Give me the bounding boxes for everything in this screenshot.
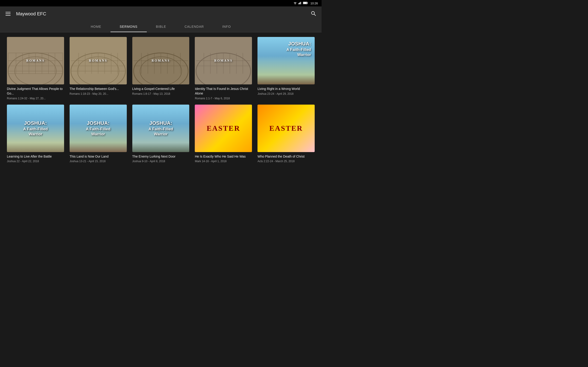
- sermon-thumbnail-3: ROMANS: [132, 37, 190, 84]
- sermon-subtitle-1: Romans 1:24-32 - May 27, 20...: [7, 97, 64, 100]
- sermon-thumbnail-2: ROMANS: [69, 37, 127, 84]
- sermon-thumbnail-7: JOSHUA: A Faith-Filled Warrior: [69, 105, 127, 152]
- sermon-card-4[interactable]: ROMANS Identity That Is Found In Jesus C…: [195, 37, 252, 100]
- sermon-subtitle-6: Joshua 22 - April 22, 2018: [7, 160, 64, 163]
- svg-point-0: [295, 4, 296, 4]
- sermon-title-8: The Enemy Lurking Next Door: [132, 154, 190, 159]
- sermon-card-5[interactable]: JOSHUA: A Faith-Filled Warrior Living Ri…: [258, 37, 315, 100]
- tab-sermons[interactable]: SERMONS: [111, 21, 147, 32]
- svg-rect-5: [301, 2, 302, 4]
- svg-rect-2: [299, 3, 300, 4]
- svg-rect-8: [303, 2, 307, 4]
- sermon-title-7: This Land is Now Our Land: [69, 154, 127, 159]
- sermon-card-1[interactable]: ROMANS Divine Judgment That Allows Peopl…: [7, 37, 64, 100]
- battery-icon: [303, 2, 308, 5]
- svg-rect-4: [300, 2, 301, 4]
- time-display: 10:26: [310, 2, 318, 5]
- tab-calendar[interactable]: CALENDAR: [175, 21, 213, 32]
- sermon-thumbnail-8: JOSHUA: A Faith-Filled Warrior: [132, 105, 190, 152]
- status-icons: 10:26: [293, 2, 318, 5]
- sermon-card-6[interactable]: JOSHUA: A Faith-Filled Warrior Learning …: [7, 105, 64, 163]
- search-button[interactable]: [310, 10, 317, 18]
- sermon-subtitle-4: Romans 1:1-7 - May 6, 2018: [195, 97, 252, 100]
- sermon-thumbnail-4: ROMANS: [195, 37, 252, 84]
- sermon-card-9[interactable]: EASTER He Is Exactly Who He Said He Was …: [195, 105, 252, 163]
- wifi-icon: [293, 2, 297, 5]
- sermon-subtitle-9: Mark 14-16 - April 1, 2018: [195, 160, 252, 163]
- sermon-grid: ROMANS Divine Judgment That Allows Peopl…: [7, 37, 315, 163]
- sermon-subtitle-5: Joshua 23-24 - April 29, 2018: [258, 92, 315, 95]
- sermon-title-4: Identity That Is Found In Jesus Christ A…: [195, 87, 252, 96]
- sermon-thumbnail-9: EASTER: [195, 105, 252, 152]
- status-bar: 10:26: [0, 0, 321, 6]
- sermon-subtitle-7: Joshua 13-21 - April 15, 2018: [69, 160, 127, 163]
- sermon-title-2: The Relationship Between God's...: [69, 87, 127, 91]
- sermon-title-6: Learning to Live After the Battle: [7, 154, 64, 159]
- svg-line-10: [314, 14, 316, 16]
- sermon-title-9: He Is Exactly Who He Said He Was: [195, 154, 252, 159]
- easter-text-9: EASTER: [207, 124, 240, 133]
- app-bar: Maywood EFC: [0, 6, 321, 21]
- sermon-thumbnail-5: JOSHUA: A Faith-Filled Warrior: [258, 37, 315, 84]
- menu-button[interactable]: [5, 11, 11, 17]
- app-title: Maywood EFC: [16, 11, 46, 17]
- sermon-subtitle-2: Romans 1:18-23 - May 20, 20...: [69, 92, 127, 95]
- tab-bible[interactable]: BIBLE: [147, 21, 175, 32]
- sermon-thumbnail-6: JOSHUA: A Faith-Filled Warrior: [7, 105, 64, 152]
- signal-icon: [298, 2, 302, 5]
- easter-text-10: EASTER: [269, 124, 303, 133]
- sermon-card-10[interactable]: EASTER Who Planned the Death of Christ A…: [258, 105, 315, 163]
- sermon-title-10: Who Planned the Death of Christ: [258, 154, 315, 159]
- sermon-thumbnail-10: EASTER: [258, 105, 315, 152]
- svg-rect-3: [300, 2, 300, 4]
- sermon-subtitle-3: Romans 1:8-17 - May 13, 2018: [132, 92, 190, 95]
- sermon-thumbnail-1: ROMANS: [7, 37, 64, 84]
- sermon-title-1: Divine Judgment That Allows People to Go…: [7, 87, 64, 96]
- svg-rect-1: [298, 3, 299, 4]
- sermon-title-5: Living Right in a Wrong World: [258, 87, 315, 91]
- sermon-subtitle-8: Joshua 9-10 - April 8, 2018: [132, 160, 190, 163]
- tab-info[interactable]: INFO: [213, 21, 240, 32]
- content-area: ROMANS Divine Judgment That Allows Peopl…: [0, 32, 321, 167]
- sermon-card-7[interactable]: JOSHUA: A Faith-Filled Warrior This Land…: [69, 105, 127, 163]
- navigation-tabs: HOME SERMONS BIBLE CALENDAR INFO: [0, 21, 321, 32]
- svg-rect-7: [307, 2, 308, 3]
- sermon-card-8[interactable]: JOSHUA: A Faith-Filled Warrior The Enemy…: [132, 105, 190, 163]
- sermon-title-3: Living a Gospel-Centered Life: [132, 87, 190, 91]
- sermon-subtitle-10: Acts 2:22-24 - March 25, 2018: [258, 160, 315, 163]
- tab-home[interactable]: HOME: [82, 21, 111, 32]
- sermon-card-3[interactable]: ROMANS Living a Gospel-Centered Life Rom…: [132, 37, 190, 100]
- sermon-card-2[interactable]: ROMANS The Relationship Between God's...…: [69, 37, 127, 100]
- app-bar-left: Maywood EFC: [5, 11, 46, 17]
